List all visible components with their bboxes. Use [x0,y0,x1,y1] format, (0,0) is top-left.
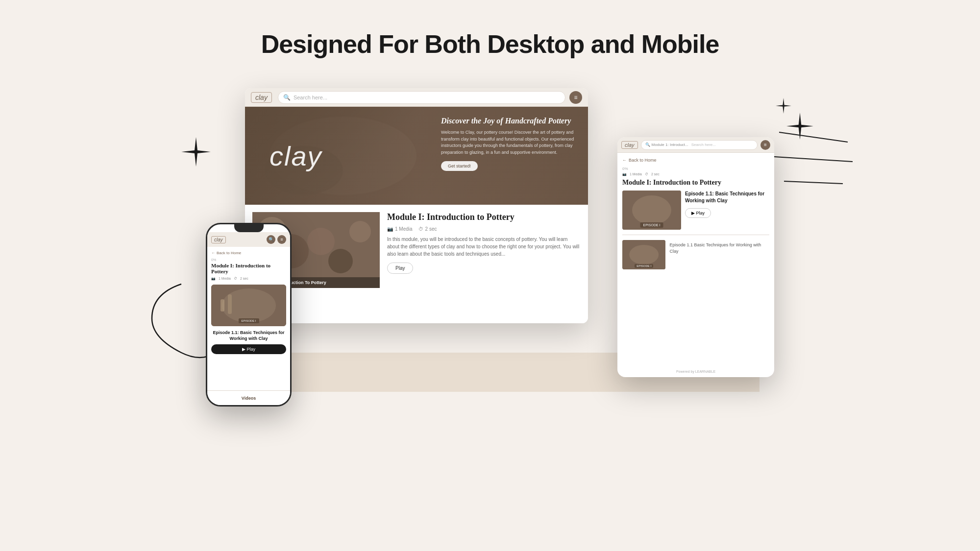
phone-mockup: clay 🔍 ≡ ← Back to Home 0% Module I: Int… [206,223,292,407]
tablet-mockup: clay 🔍 Module 1: Introduct... Search her… [617,137,774,377]
hero-cta-button[interactable]: Get started! [441,161,478,171]
svg-line-1 [774,157,853,162]
svg-point-10 [328,249,353,273]
svg-rect-20 [220,299,224,311]
tablet-episode-title: Episode 1.1: Basic Techniques for Workin… [685,191,769,204]
desktop-menu-button[interactable]: ≡ [569,91,582,104]
desktop-module-info: Module I: Introduction to Pottery 📷 1 Me… [387,205,588,323]
tablet-footer: Powered by LEARNABLE [617,370,774,373]
phone-meta: 📷 1 Media ⏱ 2 sec [211,277,286,281]
phone-clock-icon: ⏱ [234,277,237,281]
phone-back-arrow-icon: ← [211,251,215,255]
svg-rect-21 [228,294,232,314]
hero-brand-word: clay [270,140,322,172]
back-arrow-icon: ← [622,158,627,163]
tablet-module-title: Module I: Introduction to Pottery [622,179,769,187]
sparkle-small-right-icon [776,98,791,114]
svg-point-11 [349,221,371,242]
phone-action-icons: 🔍 ≡ [267,235,286,244]
deco-lines-icon [769,127,858,191]
tablet-second-badge: EPISODE I [635,264,653,268]
svg-line-0 [779,132,848,142]
phone-episode-badge: EPISODE I [238,318,259,323]
tablet-search-icon: 🔍 [645,143,650,147]
hero-title: Discover the Joy of Handcrafted Pottery [441,117,578,125]
hero-text-area: Discover the Joy of Handcrafted Pottery … [441,117,578,171]
tablet-search-placeholder: Search here... [691,143,716,147]
tablet-media-icon: 📷 [622,172,627,176]
tablet-episode-thumbnail: EPISODE I [622,191,681,230]
devices-container: clay 🔍 Search here... ≡ clay Discover th… [220,88,760,392]
desktop-search-bar[interactable]: 🔍 Search here... [278,91,565,104]
tablet-second-episode-info: Episode 1.1 Basic Techniques for Working… [669,242,769,254]
tablet-progress-label: 0% [622,167,769,171]
phone-menu-button[interactable]: ≡ [277,235,286,244]
page-title: Designed For Both Desktop and Mobile [261,29,719,59]
phone-episode-thumbnail: EPISODE I [211,285,286,326]
phone-search-button[interactable]: 🔍 [267,235,275,244]
clock-icon: ⏱ [418,226,423,232]
tablet-episode-badge: EPISODE I [640,222,663,228]
desktop-duration: ⏱ 2 sec [418,226,437,232]
phone-content: ← Back to Home 0% Module I: Introduction… [207,247,290,358]
tablet-clock-icon: ⏱ [645,172,648,176]
tablet-logo: clay [621,141,638,149]
tablet-episode-row: EPISODE I Episode 1.1: Basic Techniques … [622,191,769,230]
phone-tab-bar[interactable]: Videos [207,390,290,405]
tablet-back-link[interactable]: ← Back to Home [622,158,769,163]
desktop-content-area: Module I: Introduction To Pottery Module… [245,205,588,323]
tablet-second-episode: EPISODE I Episode 1.1 Basic Techniques f… [622,240,769,269]
hero-description: Welcome to Clay, our pottery course! Dis… [441,129,578,156]
desktop-search-icon: 🔍 [283,94,291,101]
phone-media-icon: 📷 [211,277,216,281]
desktop-logo: clay [251,92,272,103]
desktop-media-count: 📷 1 Media [387,226,413,232]
tablet-divider [622,235,769,235]
svg-point-17 [629,245,659,264]
media-icon: 📷 [387,226,393,232]
tablet-module-meta: 📷 1 Media ⏱ 2 sec [622,172,769,176]
sparkle-left-icon [181,137,211,167]
tablet-play-button[interactable]: ▶ Play [685,208,711,218]
phone-back-link[interactable]: ← Back to Home [211,251,286,255]
svg-line-2 [784,181,843,184]
phone-module-title: Module I: Introduction to Pottery [211,263,286,274]
tablet-content: ← Back to Home 0% 📷 1 Media ⏱ 2 sec Modu… [617,153,774,274]
phone-notch [234,224,264,232]
desktop-search-placeholder: Search here... [294,95,327,100]
svg-point-15 [632,195,671,225]
phone-episode-title: Episode 1.1: Basic Techniques for Workin… [211,330,286,341]
desktop-module-meta: 📷 1 Media ⏱ 2 sec [387,226,581,232]
tablet-episode-info: Episode 1.1: Basic Techniques for Workin… [685,191,769,218]
phone-logo: clay [211,236,226,243]
desktop-hero: clay Discover the Joy of Handcrafted Pot… [245,107,588,205]
desktop-module-description: In this module, you will be introduced t… [387,236,581,258]
tablet-search-bar[interactable]: 🔍 Module 1: Introduct... Search here... [641,140,758,150]
tablet-menu-button[interactable]: ≡ [760,140,770,150]
tablet-second-thumbnail: EPISODE I [622,240,665,269]
tablet-browser-bar: clay 🔍 Module 1: Introduct... Search her… [617,137,774,153]
desktop-mockup: clay 🔍 Search here... ≡ clay Discover th… [245,88,588,323]
phone-progress: 0% [211,258,286,262]
phone-play-button[interactable]: ▶ Play [211,344,286,354]
phone-browser-bar: clay 🔍 ≡ [207,232,290,247]
phone-tab-label: Videos [242,396,256,401]
desktop-browser-bar: clay 🔍 Search here... ≡ [245,88,588,107]
tablet-tab-text: Module 1: Introduct... [652,143,688,147]
svg-point-9 [307,228,335,255]
desktop-module-title: Module I: Introduction to Pottery [387,212,581,222]
desktop-play-button[interactable]: Play [387,263,413,274]
